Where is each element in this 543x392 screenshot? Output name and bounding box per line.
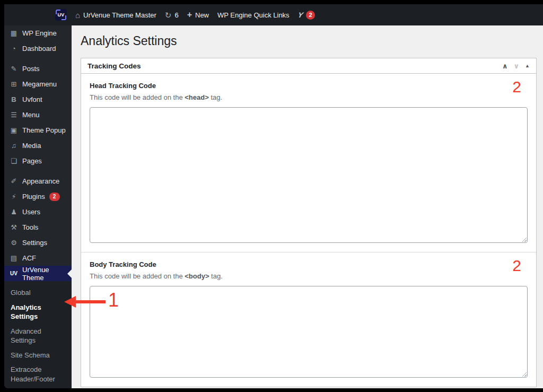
head-tracking-code-label: Head Tracking Code [90,82,528,90]
uv-site-logo[interactable]: UV [55,9,67,21]
submenu-item-analytics-settings[interactable]: Analytics Settings [4,300,72,324]
sidebar-item-appearance[interactable]: ✐ Appearance [4,173,72,189]
submenu-item-site-schema[interactable]: Site Schema [4,348,72,363]
page-title: Analytics Settings [81,32,537,48]
admin-sidebar: ▦ WP Engine ◔ Dashboard ✎ Posts ⊞ Megame… [4,25,72,388]
pushpin-icon: ✎ [10,65,18,72]
panel-controls: ∧ ∨ ▲ [502,63,530,69]
tracking-codes-panel: Tracking Codes ∧ ∨ ▲ Head Tracking Code … [81,58,537,387]
sidebar-item-plugins[interactable]: ⚡ Plugins 2 [4,189,72,204]
new-label: New [195,11,209,19]
gauge-icon: ◔ [10,45,18,52]
description-text: tag. [209,272,222,280]
panel-body: Head Tracking Code This code will be add… [81,74,536,387]
menu-list-icon: ☰ [10,111,18,118]
sidebar-item-media[interactable]: ♫ Media [4,138,72,153]
toggle-panel-icon[interactable]: ▲ [525,64,530,68]
pages-icon: ❏ [10,158,18,164]
panel-header[interactable]: Tracking Codes ∧ ∨ ▲ [81,58,536,74]
sidebar-item-acf[interactable]: ▤ ACF [4,250,72,266]
body-tracking-code-field: Body Tracking Code This code will be add… [81,252,536,387]
description-text: This code will be added on the [90,272,185,280]
move-up-icon[interactable]: ∧ [502,63,508,69]
body-tracking-code-label: Body Tracking Code [90,260,528,268]
submenu-item-advanced-settings[interactable]: Advanced Settings [4,324,72,348]
current-menu-arrow [67,269,72,278]
yoast-notification-badge: 2 [306,11,315,20]
logo-corner-decoration [56,10,60,14]
submenu-item-blog-settings[interactable]: Blog Settings [4,386,72,388]
megamenu-icon: ⊞ [10,81,18,88]
admin-menu: ▦ WP Engine ◔ Dashboard ✎ Posts ⊞ Megame… [4,25,72,281]
sidebar-item-tools[interactable]: ⚒ Tools [4,220,72,235]
refresh-icon: ↻ [165,11,172,19]
wpengine-links-label: WP Engine Quick Links [217,11,290,19]
popup-icon: ▣ [10,127,18,134]
sidebar-item-users[interactable]: ♟ Users [4,204,72,220]
sidebar-item-pages[interactable]: ❏ Pages [4,153,72,169]
sidebar-item-dashboard[interactable]: ◔ Dashboard [4,41,72,56]
wrench-icon: ⚒ [10,224,18,231]
body-textarea-wrapper [90,286,528,378]
head-tracking-code-description: This code will be added on the <head> ta… [90,93,528,101]
media-icon: ♫ [10,142,18,149]
head-tracking-code-input[interactable] [90,107,528,243]
annotation-step-2-body: 2 [512,258,521,274]
yoast-icon: Y [297,11,304,19]
sidebar-item-settings[interactable]: ⚙ Settings [4,235,72,250]
logo-corner-decoration [62,15,66,20]
submenu-item-extracode-header-footer[interactable]: Extracode Header/Footer [4,362,72,386]
move-down-icon[interactable]: ∨ [514,63,520,69]
sidebar-item-megamenu[interactable]: ⊞ Megamenu [4,76,72,92]
annotation-step-2-head: 2 [512,79,521,95]
updates-indicator[interactable]: ↻ 6 [165,11,179,19]
acf-table-icon: ▤ [10,255,18,262]
gear-icon: ⚙ [10,239,18,246]
plugin-icon: ⚡ [10,193,18,200]
head-textarea-wrapper [90,107,528,243]
body-tracking-code-description: This code will be added on the <body> ta… [90,272,528,280]
head-tracking-code-field: Head Tracking Code This code will be add… [81,74,536,252]
updates-count: 6 [174,11,178,19]
body-tracking-code-input[interactable] [90,286,528,378]
brush-icon: ✐ [10,178,18,185]
users-icon: ♟ [10,208,18,215]
description-text: This code will be added on the [90,93,185,101]
font-icon: B [10,96,18,103]
body-tag-text: <body> [185,272,209,280]
sidebar-item-theme-popup[interactable]: ▣ Theme Popup [4,123,72,138]
site-name-link[interactable]: ⌂ UrVenue Theme Master [75,11,156,19]
uv-theme-icon: UV [10,271,18,276]
sidebar-item-posts[interactable]: ✎ Posts [4,61,72,76]
sidebar-item-wp-engine[interactable]: ▦ WP Engine [4,25,72,41]
grid-icon: ▦ [10,30,18,37]
main-content: Analytics Settings Tracking Codes ∧ ∨ ▲ … [72,25,543,388]
wpengine-quick-links[interactable]: WP Engine Quick Links [217,11,290,19]
new-content-button[interactable]: + New [187,10,209,20]
sidebar-item-menu[interactable]: ☰ Menu [4,107,72,123]
sidebar-item-uvfont[interactable]: B Uvfont [4,92,72,107]
plugins-update-badge: 2 [49,193,60,201]
home-icon: ⌂ [75,11,80,19]
description-text: tag. [209,93,222,101]
panel-title: Tracking Codes [87,62,141,70]
yoast-menu[interactable]: Y 2 [298,11,315,20]
site-name-label: UrVenue Theme Master [83,11,156,19]
urvenue-theme-submenu: Global Analytics Settings Advanced Setti… [4,281,72,388]
admin-toolbar: UV ⌂ UrVenue Theme Master ↻ 6 + New WP E… [4,4,543,25]
submenu-item-global[interactable]: Global [4,285,72,300]
sidebar-item-urvenue-theme[interactable]: UV UrVenue Theme [4,266,72,281]
plus-icon: + [187,10,192,20]
head-tag-text: <head> [185,93,209,101]
